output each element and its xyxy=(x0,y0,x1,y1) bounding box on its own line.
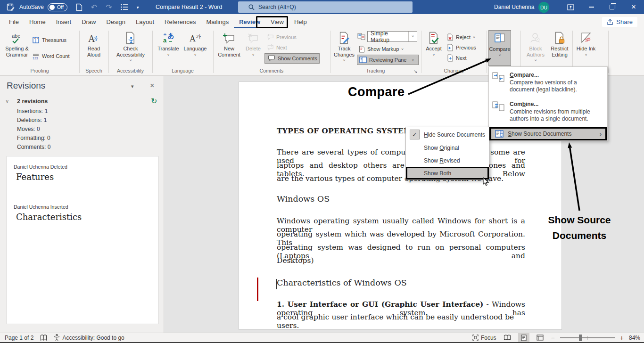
tab-draw[interactable]: Draw xyxy=(76,15,101,28)
markup-view-select[interactable]: Simple Markup ˅ xyxy=(367,31,417,42)
menu-item-show-original[interactable]: Show Original xyxy=(406,141,489,155)
revision-entry-meta[interactable]: Daniel Uchenna Inserted xyxy=(14,204,68,210)
revisions-summary-chevron-icon[interactable]: ˅ xyxy=(6,98,8,104)
show-markup-button[interactable]: Show Markup ˅ xyxy=(359,44,404,54)
zoom-level[interactable]: 84% xyxy=(629,335,640,341)
tab-layout[interactable]: Layout xyxy=(131,15,159,28)
tab-design[interactable]: Design xyxy=(101,15,131,28)
reject-button[interactable]: Reject ˅ xyxy=(447,32,475,42)
spelling-grammar-button[interactable]: abc Spelling & Grammar xyxy=(3,30,31,67)
translate-icon: あa xyxy=(162,30,174,44)
avatar[interactable]: DU xyxy=(538,2,549,13)
word-window: AutoSave Off ↶ ↷ ▾ Compare Result 2 - Wo… xyxy=(0,0,644,343)
tab-view[interactable]: View xyxy=(265,15,289,28)
tab-help[interactable]: Help xyxy=(289,15,312,28)
new-comment-button[interactable]: New Comment xyxy=(216,30,242,67)
tab-mailings[interactable]: Mailings xyxy=(201,15,234,28)
thesaurus-icon xyxy=(32,37,40,44)
show-markup-label: Show Markup xyxy=(367,46,399,52)
label-part: oth xyxy=(443,170,451,177)
menu-item-combine[interactable]: Combine... Combine revisions from multip… xyxy=(492,101,597,122)
revisions-summary[interactable]: 2 revisions xyxy=(17,98,48,105)
zoom-in-button[interactable]: + xyxy=(620,334,624,342)
menu-item-hide-source-documents[interactable]: ✓ Hide Source Documents xyxy=(406,128,489,141)
autosave-toggle[interactable]: Off xyxy=(48,3,67,11)
menu-item-show-revised[interactable]: Show Revised xyxy=(406,154,489,167)
account-name[interactable]: Daniel Uchenna xyxy=(494,0,534,14)
revisions-pane-menu-icon[interactable]: ▾ xyxy=(131,83,134,90)
group-label-speech: Speech xyxy=(79,68,108,74)
read-aloud-button[interactable]: A Read Aloud xyxy=(82,30,106,67)
label-part: Com xyxy=(510,101,522,107)
delete-chevron-icon: ˅ xyxy=(252,52,255,58)
combine-menu-desc: Combine revisions from multiple authors … xyxy=(510,108,597,122)
markup-view-select-chevron-icon[interactable]: ˅ xyxy=(408,32,417,41)
accept-button[interactable]: Accept ˅ xyxy=(423,30,445,67)
thesaurus-label: Thesaurus xyxy=(42,37,66,43)
menu-item-show-source-documents[interactable]: 12 Show Source Documents › xyxy=(489,127,607,140)
check-accessibility-button[interactable]: Check Accessibility ˅ xyxy=(115,30,146,67)
label-part: ompare... xyxy=(514,72,539,78)
new-document-icon[interactable] xyxy=(76,3,83,11)
next-change-button[interactable]: Next xyxy=(447,53,467,63)
revisions-pane-close-icon[interactable]: × xyxy=(150,82,154,90)
hide-ink-button[interactable]: Hide Ink ˅ xyxy=(575,30,597,67)
previous-comment-button: Previous xyxy=(266,32,297,42)
accessibility-status[interactable]: Accessibility: Good to go xyxy=(54,334,124,341)
reviewing-pane-button[interactable]: Reviewing Pane ˅ xyxy=(357,55,419,65)
hide-ink-chevron-icon: ˅ xyxy=(585,52,587,58)
revision-entry-text[interactable]: Features xyxy=(16,172,54,182)
close-button[interactable]: × xyxy=(623,0,644,14)
menu-item-show-both[interactable]: Show Both xyxy=(406,167,489,180)
tracking-dialog-launcher-icon[interactable]: ↘ xyxy=(413,69,417,74)
bullet-list-icon[interactable] xyxy=(121,4,128,10)
check-accessibility-label: Check Accessibility xyxy=(115,46,146,57)
previous-change-button[interactable]: Previous xyxy=(447,42,476,53)
share-button[interactable]: Share xyxy=(602,17,637,27)
restrict-editing-label: Restrict Editing xyxy=(548,46,571,57)
next-change-icon xyxy=(447,54,454,62)
tab-home[interactable]: Home xyxy=(24,15,51,28)
show-comments-icon xyxy=(268,55,275,62)
customize-toolbar-icon[interactable]: ▾ xyxy=(137,5,139,10)
zoom-slider-handle[interactable] xyxy=(579,335,582,341)
submenu-arrow-icon: › xyxy=(600,131,602,138)
zoom-slider[interactable] xyxy=(560,337,615,338)
revision-entry-meta[interactable]: Daniel Uchenna Deleted xyxy=(14,164,67,170)
status-bar: Page 1 of 2 Accessibility: Good to go Fo… xyxy=(0,333,644,343)
search-bar[interactable]: Search (Alt+Q) xyxy=(238,1,413,13)
read-mode-button[interactable] xyxy=(502,333,513,342)
ribbon-display-options-icon[interactable] xyxy=(560,0,581,14)
page-indicator[interactable]: Page 1 of 2 xyxy=(5,335,33,341)
refresh-icon[interactable]: ↻ xyxy=(151,97,157,106)
tab-file[interactable]: File xyxy=(4,15,24,28)
word-count-button[interactable]: 123 Word Count xyxy=(32,51,70,61)
thesaurus-button[interactable]: Thesaurus xyxy=(32,35,66,45)
zoom-out-button[interactable]: − xyxy=(551,334,555,342)
label-accel: H xyxy=(424,131,428,138)
save-icon[interactable] xyxy=(7,3,15,11)
reject-icon xyxy=(447,33,454,41)
minimize-button[interactable] xyxy=(581,0,602,14)
stat-formatting: Formatting: 0 xyxy=(17,135,50,141)
tab-review[interactable]: Review xyxy=(234,15,265,28)
show-comments-button[interactable]: Show Comments xyxy=(264,53,320,64)
label-accel: S xyxy=(508,131,512,137)
accept-icon xyxy=(428,30,439,44)
track-changes-chevron-icon: ˅ xyxy=(343,58,346,64)
compare-button[interactable]: Compare ˅ xyxy=(488,30,511,66)
translate-button[interactable]: あa Translate ˅ xyxy=(156,30,181,67)
revision-entry-text[interactable]: Characteristics xyxy=(16,212,82,222)
tab-references[interactable]: References xyxy=(159,15,201,28)
proofing-status-icon[interactable] xyxy=(40,335,47,341)
menu-item-compare[interactable]: Compare... Compare two versions of a doc… xyxy=(492,72,597,93)
language-button[interactable]: A가 Language ˅ xyxy=(182,30,208,67)
restrict-editing-button[interactable]: Restrict Editing xyxy=(548,30,571,67)
web-layout-button[interactable] xyxy=(535,333,546,342)
accessibility-status-text: Accessibility: Good to go xyxy=(62,335,124,341)
tab-insert[interactable]: Insert xyxy=(51,15,77,28)
track-changes-button[interactable]: Track Changes ˅ xyxy=(332,30,356,67)
print-layout-button[interactable] xyxy=(518,333,529,342)
focus-button[interactable]: Focus xyxy=(472,335,496,341)
restore-button[interactable] xyxy=(602,0,622,14)
